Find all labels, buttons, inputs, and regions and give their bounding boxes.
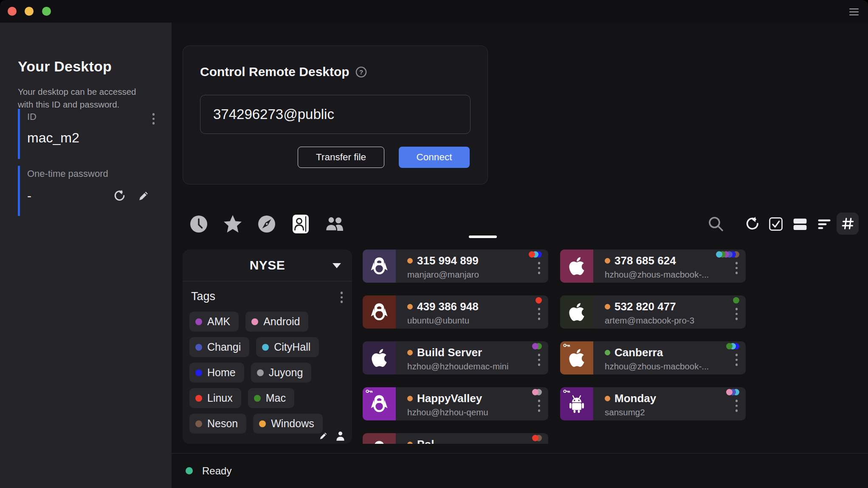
peer-card[interactable]: Build Server hzhou@hzhoudemac-mini <box>363 341 548 375</box>
tab-group[interactable] <box>323 212 347 236</box>
hamburger-icon[interactable] <box>849 9 859 17</box>
tag-color-dot <box>254 395 261 402</box>
address-book-icon <box>291 214 310 234</box>
peer-host: hzhou@zhous-macbook-... <box>605 270 724 280</box>
peer-card[interactable]: 378 685 624 hzhou@zhous-macbook-... <box>560 250 746 283</box>
peer-host: ubuntu@ubuntu <box>407 315 526 326</box>
peer-menu-icon[interactable] <box>734 352 739 367</box>
peer-avatar <box>363 341 396 375</box>
peer-status-dot <box>605 350 610 355</box>
close-window-button[interactable] <box>8 7 17 16</box>
device-id-block: ID mac_m2 <box>18 109 155 159</box>
apple-icon <box>568 348 585 368</box>
tab-recent-sessions[interactable] <box>187 212 211 236</box>
sidebar-description: Your desktop can be accessed with this I… <box>18 85 148 111</box>
peer-menu-icon[interactable] <box>734 261 739 275</box>
linux-penguin-icon <box>369 256 389 276</box>
peer-card[interactable]: 315 994 899 manjaro@manjaro <box>363 250 548 283</box>
clock-icon <box>189 215 208 233</box>
peer-card[interactable]: 439 386 948 ubuntu@ubuntu <box>363 295 548 329</box>
peer-tag-dot <box>733 297 739 304</box>
peer-name: 439 386 948 <box>417 300 479 313</box>
refresh-password-icon[interactable] <box>112 189 126 203</box>
tag-label: Juyong <box>269 366 303 379</box>
tag-chip[interactable]: Android <box>245 312 308 332</box>
peer-tag-dots <box>535 343 542 349</box>
peer-host: sansumg2 <box>605 407 724 417</box>
peer-card[interactable]: Pol <box>363 433 548 444</box>
add-person-icon[interactable] <box>335 431 345 441</box>
peer-avatar <box>363 433 396 444</box>
svg-text:?: ? <box>359 68 363 76</box>
peer-name: Canberra <box>614 346 663 359</box>
peer-status-dot <box>407 258 413 264</box>
connection-status-label: Ready <box>202 465 231 477</box>
peer-status-dot <box>407 442 413 444</box>
device-id-menu-icon[interactable] <box>152 112 156 125</box>
zoom-window-button[interactable] <box>42 7 51 16</box>
tag-chip[interactable]: AMK <box>189 312 239 332</box>
peer-menu-icon[interactable] <box>537 306 542 321</box>
peer-menu-icon[interactable] <box>537 352 542 367</box>
peer-tag-dot <box>532 435 538 441</box>
edit-password-icon[interactable] <box>137 189 150 203</box>
compass-icon <box>257 215 276 233</box>
checkbox-icon <box>768 216 784 232</box>
card-view-button[interactable] <box>790 214 810 234</box>
tab-address-book[interactable] <box>289 212 313 236</box>
tag-chip[interactable]: Neson <box>189 414 246 434</box>
peer-tag-dots <box>729 343 739 349</box>
tag-chip[interactable]: Changi <box>189 337 249 357</box>
tag-color-dot <box>195 369 202 376</box>
tag-chip[interactable]: Windows <box>253 414 322 434</box>
tag-chip[interactable]: Home <box>189 363 244 383</box>
tag-chip[interactable]: Linux <box>189 388 241 408</box>
edit-tags-icon[interactable] <box>318 431 329 441</box>
rustdesk-window: Your Desktop Your desktop can be accesse… <box>0 0 868 488</box>
tag-color-dot <box>195 344 202 351</box>
peer-tag-dot <box>726 343 733 349</box>
multi-select-button[interactable] <box>766 214 786 234</box>
tab-discovered[interactable] <box>255 212 279 236</box>
minimize-window-button[interactable] <box>25 7 34 16</box>
peer-card[interactable]: Monday sansumg2 <box>560 387 746 420</box>
peer-card[interactable]: 532 820 477 artem@macbook-pro-3 <box>560 295 746 329</box>
peer-tab-bar <box>183 210 868 241</box>
peer-tag-dots <box>535 435 542 441</box>
peer-status-dot <box>605 258 610 264</box>
peer-status-dot <box>407 396 413 401</box>
peer-tag-dot <box>532 389 538 395</box>
peer-avatar <box>363 295 396 329</box>
tag-chip[interactable]: Juyong <box>251 363 312 383</box>
otp-label: One-time password <box>27 166 155 179</box>
filter-by-id-button[interactable] <box>837 213 859 235</box>
tag-chip[interactable]: Mac <box>248 388 294 408</box>
tags-label: Tags <box>191 290 215 303</box>
device-id-value[interactable]: mac_m2 <box>27 130 155 146</box>
transfer-file-button[interactable]: Transfer file <box>298 147 384 168</box>
apple-icon <box>568 256 585 276</box>
connect-button[interactable]: Connect <box>399 147 470 168</box>
peer-tag-dot <box>726 389 733 395</box>
tag-chip[interactable]: CityHall <box>256 337 319 357</box>
peer-menu-icon[interactable] <box>537 261 542 275</box>
search-button[interactable] <box>706 214 726 234</box>
peer-card[interactable]: HappyValley hzhou@hzhou-qemu <box>363 387 548 420</box>
peer-menu-icon[interactable] <box>734 398 739 413</box>
peer-name: Build Server <box>417 346 482 359</box>
tags-menu-icon[interactable] <box>340 291 344 304</box>
device-id-label: ID <box>27 109 155 122</box>
stacked-cards-icon <box>792 216 808 232</box>
peer-menu-icon[interactable] <box>537 398 542 413</box>
remote-id-input[interactable] <box>200 95 471 134</box>
tab-favorites[interactable] <box>221 212 245 236</box>
sort-button[interactable] <box>814 214 834 234</box>
address-book-dropdown[interactable]: NYSE <box>183 250 352 281</box>
refresh-button[interactable] <box>741 214 762 234</box>
question-circle-icon[interactable]: ? <box>355 66 367 78</box>
peer-avatar <box>363 250 396 283</box>
peer-menu-icon[interactable] <box>734 306 739 321</box>
peer-card[interactable]: Canberra hzhou@zhous-macbook-... <box>560 341 746 375</box>
address-book-dropdown-value: NYSE <box>250 258 285 272</box>
tag-label: Linux <box>207 392 233 404</box>
